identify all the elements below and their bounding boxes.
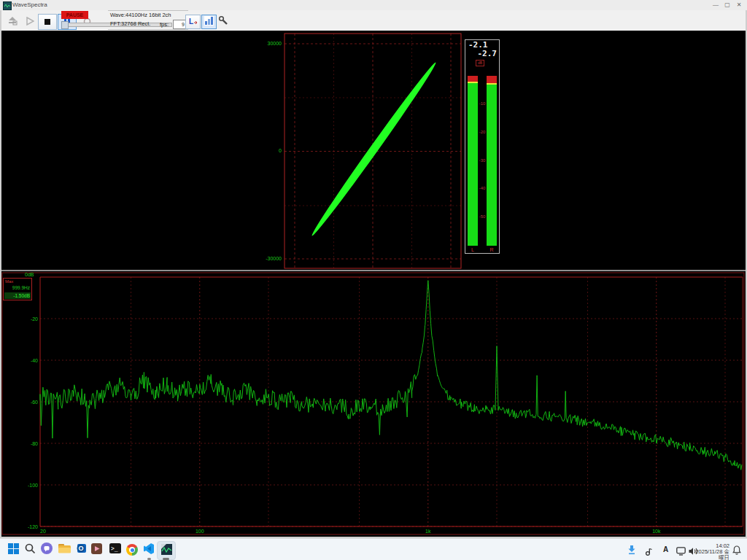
x-tick-label: 100 (196, 529, 204, 534)
desktop: WaveSpectra — ▢ ✕ (0, 0, 747, 560)
taskbar-icon-start[interactable] (4, 541, 22, 559)
settings-button[interactable] (216, 15, 231, 29)
meter-channel-right: R (487, 247, 497, 252)
status-badge: PAUSE (61, 11, 88, 19)
y-tick-label: -100 (28, 483, 38, 488)
x-tick-label: 20 (40, 529, 46, 534)
window-title: WaveSpectra (12, 1, 47, 8)
xy-scope (0, 31, 747, 270)
meter-channel-left: L (468, 247, 478, 252)
y-tick-label: -40 (31, 358, 38, 363)
meter-tick-label: -40 (478, 186, 487, 190)
app-icon (3, 1, 12, 10)
svg-text:L: L (189, 18, 193, 26)
meter-level-fill (487, 85, 497, 246)
scope-ymid-label: 0 (257, 148, 282, 153)
level-meter: -2.1 -2.7 dB -10-20-30-40-50 L R (465, 39, 500, 254)
close-button[interactable]: ✕ (734, 1, 744, 8)
info-divider-top (108, 10, 188, 11)
spectrum-display-button[interactable] (201, 15, 217, 29)
tray-audio-device[interactable] (645, 545, 654, 559)
tray-download-arrow[interactable] (627, 545, 636, 558)
fft-info: FFT:32768 Rect. (110, 20, 150, 27)
folder-icon (58, 543, 71, 556)
svg-text:>_: >_ (111, 545, 118, 552)
meter-level-fill (468, 83, 478, 246)
tray-notifications[interactable] (732, 545, 741, 558)
svg-text:O: O (78, 545, 83, 552)
chat-icon (41, 542, 53, 557)
position-slider-thumb[interactable] (61, 21, 69, 29)
peak-level-row: -1.50dB (4, 292, 31, 299)
taskbar-icon-code[interactable] (140, 541, 158, 559)
taskbar-icon-chat[interactable] (38, 541, 55, 559)
bell-icon (732, 545, 741, 557)
media-player-icon (91, 543, 102, 557)
play-icon (26, 15, 34, 28)
spectrum-trace (40, 281, 742, 470)
taskbar-icon-chrome[interactable] (123, 541, 141, 559)
peak-frequency: 999.9Hz (12, 285, 30, 290)
wave-info: Wave:44100Hz 16bit 2ch (110, 12, 171, 18)
taskbar-icon-explorer[interactable] (55, 541, 73, 559)
taskbar-icon-search[interactable] (21, 541, 39, 559)
meter-unit-label: dB (476, 60, 484, 66)
search-icon (25, 543, 36, 557)
y-tick-label: -20 (31, 316, 38, 322)
meter-tick-label: -30 (478, 158, 487, 163)
tray-clock[interactable]: 14:02 2025/11/28 金曜日 (694, 543, 729, 560)
clock-date: 2025/11/28 金曜日 (694, 549, 729, 560)
toolbar: PAUSE Wave:44100Hz 16bit 2ch FFT:32768 R… (0, 10, 747, 31)
code-icon (144, 543, 155, 557)
x-tick-label: 1k (425, 529, 431, 534)
taskbar-icon-media-player[interactable] (88, 541, 105, 559)
peak-readout: Max 999.9Hz -1.50dB (3, 278, 32, 300)
display-icon (676, 545, 686, 558)
axis-scale-button[interactable]: L (185, 15, 201, 29)
meter-red-zone (487, 76, 497, 83)
meter-bar-left (468, 76, 478, 246)
spectrum-zero-label: 0dB (25, 272, 34, 277)
stop-button[interactable] (38, 14, 57, 30)
chrome-icon (126, 544, 138, 556)
window-frame-left (0, 10, 1, 537)
tray-display[interactable] (676, 545, 686, 559)
meter-scale: -10-20-30-40-50 (478, 76, 487, 246)
taskbar-icon-terminal[interactable]: >_ (107, 541, 124, 559)
taskbar: O >_ (0, 538, 747, 560)
y-tick-label: -80 (31, 441, 38, 446)
meter-red-zone (468, 76, 478, 82)
info-divider-bottom (108, 29, 188, 30)
terminal-icon: >_ (109, 543, 121, 556)
lissajous-trace (309, 60, 439, 238)
maximize-button[interactable]: ▢ (722, 1, 732, 8)
minimize-button[interactable]: — (711, 1, 721, 8)
eject-icon (7, 15, 18, 28)
lr-axis-icon: L (188, 15, 198, 28)
fps-label: fps: (160, 21, 169, 28)
meter-bar-right (487, 76, 497, 246)
wrench-icon (218, 15, 228, 28)
y-tick-label: -120 (28, 524, 38, 529)
open-file-button[interactable] (3, 14, 22, 30)
peak-level: -1.50dB (13, 292, 30, 299)
spectrum-panel-border (2, 273, 744, 534)
peak-title: Max (5, 279, 13, 284)
titlebar[interactable]: WaveSpectra — ▢ ✕ (0, 0, 747, 11)
meter-tick-label: -50 (478, 214, 487, 219)
graph-icon (204, 15, 214, 28)
meter-tick-label: -20 (478, 130, 487, 134)
scope-ymin-label: -30000 (257, 256, 282, 261)
meter-tick-label: -10 (478, 101, 487, 106)
scope-ymax-label: 30000 (257, 41, 282, 46)
scope-pane: 30000 0 -30000 -2.1 -2.7 dB -10-20-30-40… (0, 31, 747, 270)
play-button[interactable] (20, 14, 39, 30)
fps-value: 9 (173, 20, 186, 29)
meter-peak-right: -2.7 (478, 49, 498, 58)
x-tick-label: 10k (652, 529, 661, 534)
spectrum-chart: -20-40-60-80-100-120201001k10k (0, 271, 747, 537)
download-arrow-icon (627, 545, 636, 557)
outlook-icon: O (75, 542, 87, 557)
tray-ime[interactable]: A (663, 545, 668, 553)
y-tick-label: -60 (31, 400, 38, 405)
